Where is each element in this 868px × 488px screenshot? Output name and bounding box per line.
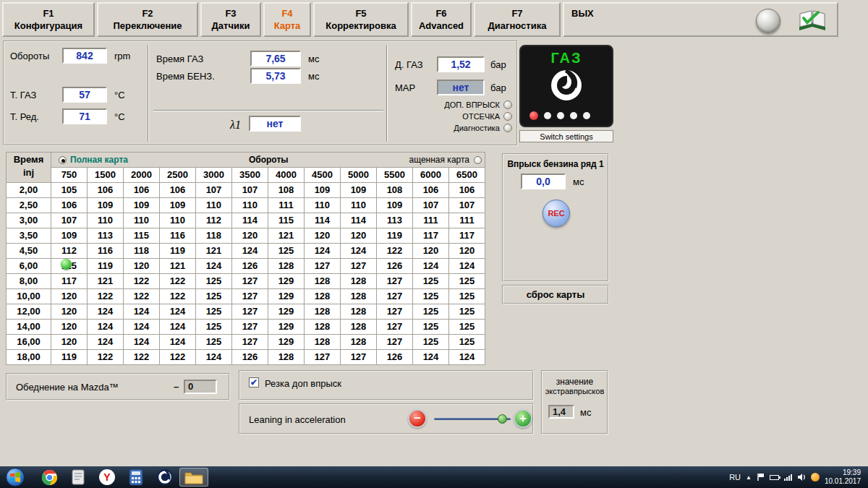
map-cell[interactable]: 109 <box>160 198 196 213</box>
map-cell[interactable]: 124 <box>413 259 449 274</box>
map-cell[interactable]: 107 <box>232 183 268 198</box>
map-cell[interactable]: 117 <box>51 274 88 289</box>
map-cell[interactable]: 111 <box>449 213 485 228</box>
tab-exit[interactable]: ВЫХ <box>563 2 838 37</box>
rec-button[interactable]: REC <box>542 200 570 227</box>
tray-expand-icon[interactable]: ▲ <box>746 474 752 481</box>
leaning-slider-knob[interactable] <box>498 414 507 424</box>
notepad-taskbar-icon[interactable] <box>64 468 93 487</box>
map-cell[interactable]: 124 <box>341 244 377 259</box>
map-cell[interactable]: 124 <box>449 350 485 365</box>
language-indicator[interactable]: RU <box>729 473 741 481</box>
radio-full-map[interactable] <box>59 156 67 164</box>
map-cell[interactable]: 112 <box>196 213 232 228</box>
map-cell[interactable]: 128 <box>305 335 341 350</box>
map-cell[interactable]: 111 <box>268 198 305 213</box>
map-cell[interactable]: 107 <box>413 198 449 213</box>
map-cell[interactable]: 125 <box>449 304 485 320</box>
map-cell[interactable]: 114 <box>305 213 341 228</box>
map-cell[interactable]: 128 <box>305 320 341 335</box>
map-cell[interactable]: 126 <box>232 259 268 274</box>
map-cell[interactable]: 125 <box>413 304 449 320</box>
map-cell[interactable]: 122 <box>88 350 124 365</box>
map-cell[interactable]: 110 <box>160 213 196 228</box>
map-cell[interactable]: 128 <box>341 274 377 289</box>
map-cell[interactable]: 128 <box>268 259 305 274</box>
map-cell[interactable]: 125 <box>413 289 449 304</box>
map-cell[interactable]: 124 <box>196 259 232 274</box>
map-cell[interactable]: 126 <box>377 350 413 365</box>
map-cell[interactable]: 125 <box>449 289 485 304</box>
action-center-flag-icon[interactable] <box>757 473 765 481</box>
map-cell[interactable]: 115 <box>268 213 305 228</box>
antivirus-tray-icon[interactable] <box>811 473 820 481</box>
map-cell[interactable]: 124 <box>124 320 160 335</box>
map-cell[interactable]: 110 <box>196 198 232 213</box>
map-cell[interactable]: 125 <box>449 320 485 335</box>
chrome-taskbar-icon[interactable] <box>35 468 64 487</box>
map-cell[interactable]: 128 <box>341 304 377 320</box>
map-cell[interactable]: 124 <box>88 320 124 335</box>
map-cell[interactable]: 127 <box>232 320 268 335</box>
map-cell[interactable]: 124 <box>124 335 160 350</box>
map-cell[interactable]: 110 <box>341 198 377 213</box>
map-cell[interactable]: 124 <box>88 335 124 350</box>
tab-f6-advanced[interactable]: F6 Advanced <box>411 2 472 37</box>
map-cell[interactable]: 106 <box>51 198 88 213</box>
map-cell[interactable]: 127 <box>341 259 377 274</box>
tab-f5-correction[interactable]: F5 Корректировка <box>313 2 409 37</box>
map-cell[interactable]: 120 <box>232 228 268 244</box>
map-cell[interactable]: 120 <box>124 259 160 274</box>
map-cell[interactable]: 122 <box>124 274 160 289</box>
map-cell[interactable]: 106 <box>124 183 160 198</box>
map-cell[interactable]: 124 <box>160 304 196 320</box>
map-cell[interactable]: 127 <box>377 335 413 350</box>
reset-map-button[interactable]: сброс карты <box>502 285 609 304</box>
map-cell[interactable]: 129 <box>268 335 305 350</box>
map-cell[interactable]: 107 <box>449 198 485 213</box>
map-cell[interactable]: 125 <box>196 289 232 304</box>
map-cell[interactable]: 119 <box>160 244 196 259</box>
map-cell[interactable]: 122 <box>160 289 196 304</box>
map-cell[interactable]: 124 <box>196 350 232 365</box>
leaning-minus-button[interactable]: − <box>408 409 427 428</box>
map-cell[interactable]: 128 <box>268 350 305 365</box>
map-cell[interactable]: 106 <box>449 183 485 198</box>
map-cell[interactable]: 109 <box>124 198 160 213</box>
map-cell[interactable]: 128 <box>305 304 341 320</box>
map-cell[interactable]: 116 <box>160 228 196 244</box>
map-cell[interactable]: 113 <box>377 213 413 228</box>
map-cell[interactable]: 109 <box>341 183 377 198</box>
map-cell[interactable]: 106 <box>88 183 124 198</box>
map-cell[interactable]: 110 <box>88 213 124 228</box>
map-cell[interactable]: 108 <box>268 183 305 198</box>
map-cell[interactable]: 129 <box>268 289 305 304</box>
map-cell[interactable]: 124 <box>232 244 268 259</box>
map-cell[interactable]: 122 <box>377 244 413 259</box>
map-cell[interactable]: 124 <box>160 335 196 350</box>
cut-extra-injection-checkbox[interactable]: ✔ <box>249 377 259 388</box>
calculator-taskbar-icon[interactable] <box>122 468 150 487</box>
map-cell[interactable]: 124 <box>88 304 124 320</box>
tab-f7-diagnostics[interactable]: F7 Диагностика <box>474 2 561 37</box>
map-cell[interactable]: 117 <box>449 228 485 244</box>
map-cell[interactable]: 125 <box>449 274 485 289</box>
map-cell[interactable]: 116 <box>88 244 124 259</box>
map-cell[interactable]: 121 <box>160 259 196 274</box>
map-cell[interactable]: 119 <box>51 350 88 365</box>
map-cell[interactable]: 125 <box>413 274 449 289</box>
map-cell[interactable]: 114 <box>341 213 377 228</box>
map-cell[interactable]: 111 <box>413 213 449 228</box>
map-cell[interactable]: 117 <box>413 228 449 244</box>
map-cell[interactable]: 127 <box>232 335 268 350</box>
map-cell[interactable]: 120 <box>51 335 88 350</box>
taskbar-clock[interactable]: 19:39 10.01.2017 <box>825 468 861 486</box>
tab-f4-map-active[interactable]: F4 Карта <box>263 2 311 37</box>
map-cell[interactable]: 106 <box>160 183 196 198</box>
tab-f2-switching[interactable]: F2 Переключение <box>97 2 198 37</box>
map-cell[interactable]: 108 <box>377 183 413 198</box>
map-cell[interactable]: 110 <box>232 198 268 213</box>
map-cell[interactable]: 125 <box>196 335 232 350</box>
map-cell[interactable]: 120 <box>51 289 88 304</box>
map-cell[interactable]: 109 <box>88 198 124 213</box>
